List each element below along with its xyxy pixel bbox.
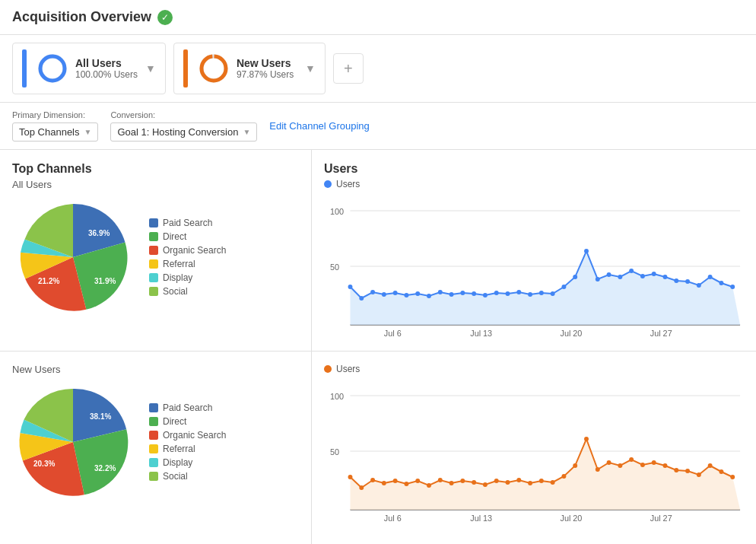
referral-color [149, 259, 158, 269]
svg-text:38.1%: 38.1% [90, 412, 111, 421]
svg-point-96 [697, 472, 701, 477]
svg-point-54 [730, 285, 735, 289]
svg-text:Jul 6: Jul 6 [384, 329, 402, 338]
controls-bar: Primary Dimension: Top Channels ▼ Conver… [0, 103, 756, 150]
svg-point-79 [506, 480, 510, 485]
new-users-legend-label: Users [324, 364, 744, 374]
svg-point-91 [640, 463, 645, 467]
svg-text:100: 100 [330, 207, 344, 216]
main-content: Top Channels All Users [0, 150, 756, 544]
paid-search-label: Paid Search [163, 218, 212, 228]
all-users-pie: 36.9% 31.9% 21.2% [12, 196, 134, 318]
conversion-select[interactable]: Goal 1: Hosting Conversion ▼ [110, 122, 257, 142]
left-panel: Top Channels All Users [0, 150, 312, 544]
all-users-arrow[interactable]: ▼ [145, 62, 156, 75]
page-header: Acquisition Overview ✓ [0, 0, 756, 35]
new-users-chart-section: New Users [0, 352, 311, 544]
primary-dimension-group: Primary Dimension: Top Channels ▼ [12, 110, 98, 142]
new-users-segment[interactable]: New Users 97.87% Users ▼ [173, 43, 326, 94]
svg-point-30 [460, 291, 465, 295]
legend-display: Display [149, 272, 226, 283]
svg-point-52 [708, 275, 713, 279]
segment-bar-all [22, 49, 27, 87]
svg-point-51 [697, 283, 701, 288]
legend2-referral: Referral [149, 444, 226, 454]
legend2-direct: Direct [149, 416, 226, 427]
svg-point-80 [516, 478, 521, 482]
edit-channel-grouping-link[interactable]: Edit Channel Grouping [269, 120, 370, 132]
svg-text:20.3%: 20.3% [33, 460, 55, 468]
svg-point-93 [663, 463, 668, 468]
legend2-paid-search: Paid Search [149, 402, 226, 413]
svg-text:Jul 27: Jul 27 [650, 514, 672, 523]
svg-point-90 [629, 457, 634, 462]
svg-point-73 [438, 478, 443, 482]
svg-point-85 [573, 463, 577, 468]
new-users-donut [199, 53, 229, 84]
svg-point-22 [370, 290, 375, 294]
svg-text:31.9%: 31.9% [94, 277, 116, 285]
svg-point-97 [708, 463, 713, 468]
new-users-pie-legend: 38.1% 32.2% 20.3% Paid Search Direct [12, 381, 299, 503]
svg-point-49 [674, 278, 678, 283]
svg-point-46 [640, 274, 645, 278]
svg-point-25 [404, 293, 408, 297]
svg-point-71 [415, 479, 420, 483]
svg-point-48 [663, 275, 668, 279]
svg-point-41 [584, 249, 589, 253]
social-label: Social [163, 286, 188, 297]
primary-dimension-select[interactable]: Top Channels ▼ [12, 122, 98, 142]
primary-dimension-arrow: ▼ [84, 128, 92, 136]
all-users-chart-section: Top Channels All Users [0, 150, 311, 352]
new-users-arrow[interactable]: ▼ [305, 62, 316, 75]
svg-point-34 [506, 291, 510, 296]
svg-point-31 [472, 291, 476, 296]
legend-direct: Direct [149, 231, 226, 242]
add-segment-button[interactable]: + [333, 53, 364, 84]
svg-point-83 [551, 480, 555, 485]
svg-point-66 [359, 485, 364, 490]
svg-point-84 [561, 474, 566, 479]
svg-point-53 [719, 281, 723, 285]
conversion-group: Conversion: Goal 1: Hosting Conversion ▼ [110, 110, 257, 142]
svg-point-33 [494, 291, 499, 295]
new-users-info: New Users 97.87% Users [237, 57, 297, 80]
social-color [149, 287, 158, 296]
conversion-label: Conversion: [110, 110, 257, 119]
organic-color [149, 246, 158, 255]
all-users-segment[interactable]: All Users 100.00% Users ▼ [12, 43, 166, 94]
segments-bar: All Users 100.00% Users ▼ New Users 97.8… [0, 35, 756, 103]
top-channels-title: Top Channels [12, 162, 299, 176]
svg-point-81 [528, 481, 532, 485]
primary-dimension-value: Top Channels [19, 126, 80, 138]
legend-referral: Referral [149, 259, 226, 269]
organic-label: Organic Search [163, 245, 226, 256]
all-users-line-chart: 100 50 Jul 6 Jul 13 Jul 20 Jul 27 [324, 196, 744, 344]
svg-text:50: 50 [330, 262, 339, 272]
all-users-legend-dot [324, 180, 332, 188]
legend-paid-search: Paid Search [149, 218, 226, 228]
svg-point-45 [629, 269, 634, 273]
svg-point-92 [652, 460, 656, 465]
svg-point-28 [438, 290, 443, 294]
svg-text:Jul 27: Jul 27 [650, 329, 672, 338]
svg-point-77 [483, 482, 488, 487]
svg-point-1 [40, 56, 65, 81]
all-users-legend-label: Users [324, 179, 744, 189]
svg-point-37 [539, 291, 544, 295]
all-users-legend: Paid Search Direct Organic Search Referr… [149, 218, 226, 297]
svg-point-89 [618, 463, 622, 468]
all-users-value: 100.00% Users [75, 69, 138, 80]
legend2-social: Social [149, 471, 226, 482]
new-users-value: 97.87% Users [237, 69, 297, 80]
direct-label: Direct [163, 231, 186, 242]
svg-point-36 [528, 292, 532, 297]
svg-point-87 [596, 467, 600, 472]
display-label: Display [163, 272, 192, 283]
right-panel: Users Users 100 50 Jul 6 Jul 13 Jul 20 J… [312, 150, 756, 544]
svg-text:Jul 20: Jul 20 [561, 329, 583, 338]
svg-point-24 [393, 291, 398, 295]
conversion-value: Goal 1: Hosting Conversion [117, 126, 238, 138]
all-users-subsection: All Users [12, 179, 299, 190]
referral-label: Referral [163, 259, 195, 269]
